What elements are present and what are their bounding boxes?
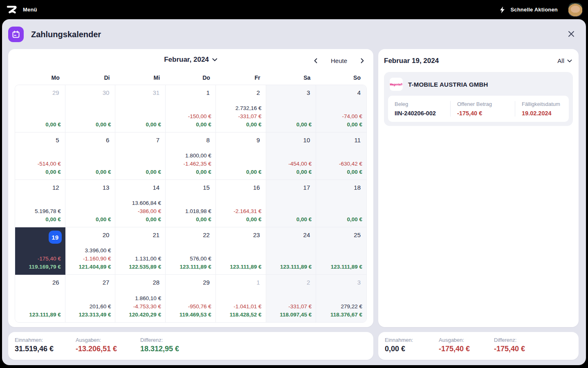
close-button[interactable]	[566, 29, 576, 39]
calendar-day-22[interactable]: 22576,00 €123.111,89 €	[166, 227, 216, 275]
day-number: 26	[52, 279, 59, 286]
calendar-day-9[interactable]: 90,00 €	[216, 132, 266, 180]
modal-header: Zahlungskalender	[2, 19, 586, 49]
calendar-day-30-adjacent[interactable]: 300,00 €	[65, 85, 116, 132]
prev-month-button[interactable]	[310, 55, 322, 66]
summary-label: Ausgaben:	[439, 337, 494, 343]
calendar-day-24[interactable]: 24123.111,89 €	[266, 227, 316, 275]
day-number: 1	[256, 279, 260, 286]
calendar-day-8[interactable]: 81.800,00 €-1.462,35 €0,00 €	[166, 132, 216, 180]
calendar-day-4[interactable]: 4-74,00 €0,00 €	[316, 85, 366, 132]
day-amounts: 0,00 €	[296, 215, 312, 224]
day-number: 25	[354, 231, 361, 238]
day-number: 23	[253, 231, 260, 238]
day-number: 5	[56, 137, 59, 144]
day-amounts: 1.800,00 €-1.462,35 €0,00 €	[184, 152, 211, 176]
day-number: 21	[153, 231, 159, 238]
calendar-day-23[interactable]: 23123.111,89 €	[216, 227, 266, 275]
summary-value: 18.312,95 €	[140, 345, 179, 353]
day-number: 18	[354, 184, 361, 191]
amount-expense: -1.462,35 €	[184, 160, 211, 168]
amount-expense: -4.753,30 €	[129, 303, 161, 311]
field-value: -175,40 €	[457, 110, 508, 117]
calendar-day-5[interactable]: 5-514,00 €0,00 €	[15, 132, 65, 180]
day-number: 3	[307, 89, 310, 96]
calendar-day-1[interactable]: 1-150,00 €0,00 €	[166, 85, 216, 132]
amount-balance: 122.535,89 €	[129, 263, 161, 271]
calendar-day-7[interactable]: 70,00 €	[115, 132, 166, 180]
chevron-down-icon	[212, 58, 218, 61]
calendar-day-3-adjacent[interactable]: 3279,22 €118.376,67 €	[316, 275, 366, 322]
today-button[interactable]: Heute	[322, 56, 356, 66]
amount-income: 2.732,16 €	[236, 104, 262, 112]
calendar-day-17[interactable]: 170,00 €	[266, 180, 316, 227]
calendar-day-14[interactable]: 1413.606,84 €-386,00 €0,00 €	[115, 180, 166, 227]
chevron-left-icon	[314, 58, 317, 63]
payment-calendar-modal: Zahlungskalender Februar, 2024 He	[2, 19, 586, 365]
weekday-label-mo: Mo	[15, 74, 65, 81]
calendar-day-6[interactable]: 60,00 €	[65, 132, 116, 180]
summary-item: Differenz:18.312,95 €	[140, 337, 179, 353]
day-amounts: 123.111,89 €	[280, 263, 312, 271]
calendar-day-21[interactable]: 211.131,00 €122.535,89 €	[115, 227, 166, 275]
calendar-day-27[interactable]: 27201,60 €123.313,49 €	[65, 275, 116, 322]
amount-balance: 123.111,89 €	[331, 263, 362, 271]
amount-balance: 0,00 €	[296, 215, 312, 224]
field-label: Offener Betrag	[457, 101, 508, 107]
calendar-day-11[interactable]: 11-630,42 €0,00 €	[316, 132, 366, 180]
calendar-day-29[interactable]: 29-950,76 €119.469,53 €	[166, 275, 216, 322]
day-number: 2	[307, 279, 310, 286]
amount-balance: 0,00 €	[146, 121, 162, 129]
calendar-day-15[interactable]: 151.018,98 €0,00 €	[166, 180, 216, 227]
amount-balance: 118.428,52 €	[229, 311, 261, 319]
day-amounts: 201,60 €123.313,49 €	[79, 303, 111, 319]
calendar-day-28[interactable]: 281.860,10 €-4.753,30 €120.420,29 €	[115, 275, 166, 322]
day-number: 9	[256, 137, 260, 144]
vendor-card[interactable]: Magenta® T-MOBILE AUSTRIA GMBH BelegIIN-…	[384, 72, 573, 126]
amount-expense: -386,00 €	[132, 207, 161, 215]
calendar-day-3[interactable]: 30,00 €	[266, 85, 316, 132]
filter-dropdown[interactable]: All	[557, 57, 572, 64]
amount-balance: 0,00 €	[35, 215, 61, 224]
month-summary: Einnahmen:31.519,46 €Ausgaben:-13.206,51…	[8, 332, 373, 358]
calendar-day-2-adjacent[interactable]: 2-331,07 €118.097,45 €	[266, 275, 316, 322]
summary-item: Ausgaben:-175,40 €	[439, 337, 494, 353]
calendar-day-2[interactable]: 22.732,16 €-331,07 €0,00 €	[216, 85, 266, 132]
calendar-day-31-adjacent[interactable]: 310,00 €	[115, 85, 166, 132]
calendar-day-1-adjacent[interactable]: 1-1.041,01 €118.428,52 €	[216, 275, 266, 322]
next-month-button[interactable]	[356, 55, 368, 66]
day-amounts: 3.396,00 €-1.160,90 €121.404,89 €	[79, 247, 111, 271]
quick-actions-button[interactable]: Schnelle Aktionen	[499, 6, 558, 13]
amount-balance: 121.404,89 €	[79, 263, 111, 271]
menu-button[interactable]: Menü	[6, 4, 37, 15]
calendar-day-13[interactable]: 130,00 €	[65, 180, 116, 227]
calendar-day-12[interactable]: 125.196,78 €0,00 €	[15, 180, 65, 227]
amount-balance: 0,00 €	[347, 215, 362, 224]
day-amounts: 0,00 €	[246, 168, 262, 176]
day-number: 29	[52, 89, 59, 96]
calendar-day-19[interactable]: 19-175,40 €119.169,79 €	[15, 227, 65, 275]
amount-balance: 123.111,89 €	[230, 263, 261, 271]
amount-expense: -175,40 €	[29, 255, 61, 263]
month-dropdown[interactable]: Februar, 2024	[164, 56, 218, 64]
field-label: Fälligkeitsdatum	[522, 101, 560, 107]
user-avatar[interactable]	[568, 3, 582, 17]
day-amounts: -74,00 €0,00 €	[342, 112, 362, 129]
calendar-day-29-adjacent[interactable]: 290,00 €	[15, 85, 65, 132]
amount-income: 5.196,78 €	[35, 207, 61, 215]
amount-balance: 0,00 €	[296, 121, 312, 129]
calendar-day-16[interactable]: 16-2.164,31 €0,00 €	[216, 180, 266, 227]
calendar-day-10[interactable]: 10-454,00 €0,00 €	[266, 132, 316, 180]
day-number: 1	[206, 89, 210, 96]
vendor-field: BelegIIN-240206-002	[388, 101, 450, 117]
calendar-day-26[interactable]: 26123.111,89 €	[15, 275, 65, 322]
calendar-day-18[interactable]: 180,00 €	[316, 180, 366, 227]
summary-value: -175,40 €	[494, 345, 525, 353]
weekday-label-so: So	[316, 74, 366, 81]
chevron-down-icon	[567, 59, 572, 63]
day-amounts: -630,42 €0,00 €	[339, 160, 362, 176]
calendar-day-25[interactable]: 25123.111,89 €	[316, 227, 366, 275]
calendar-day-20[interactable]: 203.396,00 €-1.160,90 €121.404,89 €	[65, 227, 116, 275]
summary-label: Differenz:	[140, 337, 179, 343]
amount-balance: 123.313,49 €	[79, 311, 111, 319]
